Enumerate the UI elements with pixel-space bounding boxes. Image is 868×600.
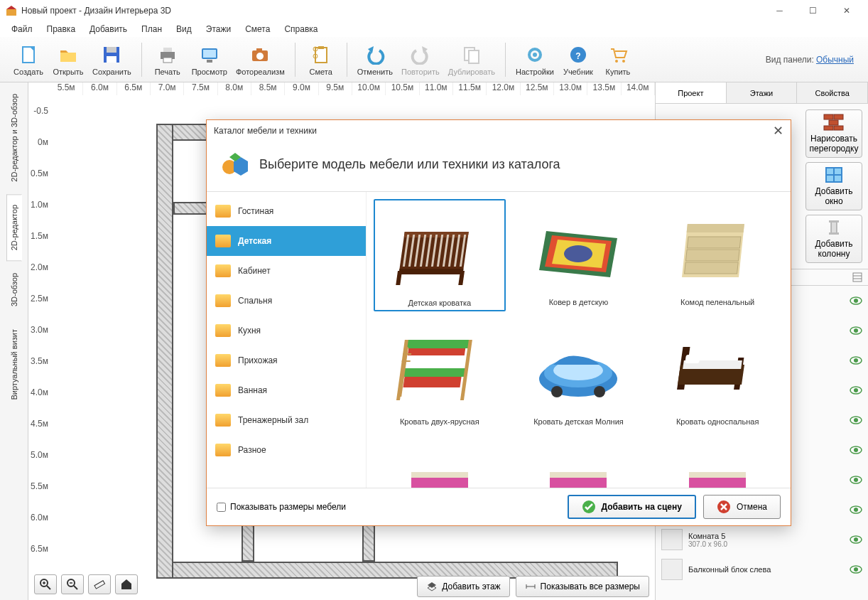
svg-rect-95 <box>398 269 463 274</box>
menu-Вид[interactable]: Вид <box>170 23 197 36</box>
buy-button[interactable]: Купить <box>598 40 638 80</box>
svg-point-72 <box>854 478 858 482</box>
ruler-button[interactable] <box>88 574 111 594</box>
object-row[interactable]: Комната 5307.0 x 96.0 <box>656 525 868 555</box>
furniture-item-6[interactable] <box>374 436 506 488</box>
zoom-in-button[interactable] <box>34 574 57 594</box>
view-tab-1[interactable]: 2D-редактор <box>6 194 22 261</box>
add-to-scene-button[interactable]: Добавить на сцену <box>568 495 696 519</box>
visibility-eye-icon[interactable] <box>850 326 862 335</box>
list-view-icon[interactable] <box>852 272 862 282</box>
settings-button[interactable]: Настройки <box>511 40 558 80</box>
window-button[interactable]: Добавить окно <box>805 162 862 210</box>
create-button[interactable]: Создать <box>9 40 48 80</box>
visibility-eye-icon[interactable] <box>850 446 862 454</box>
furniture-item-7[interactable] <box>513 436 645 488</box>
visibility-eye-icon[interactable] <box>850 386 862 395</box>
visibility-eye-icon[interactable] <box>850 416 862 424</box>
close-button[interactable]: ✕ <box>830 1 862 21</box>
dialog-close-button[interactable]: ✕ <box>773 123 783 139</box>
category-0[interactable]: Гостиная <box>207 196 366 226</box>
cancel-button[interactable]: Отмена <box>703 495 781 519</box>
menu-Добавить[interactable]: Добавить <box>84 23 133 36</box>
svg-rect-12 <box>203 50 216 58</box>
panel-mode-link[interactable]: Обычный <box>816 55 854 65</box>
save-button[interactable]: Сохранить <box>88 40 136 80</box>
right-tab-0[interactable]: Проект <box>656 82 727 103</box>
partition-button[interactable]: Нарисовать перегородку <box>805 109 862 158</box>
show-sizes-checkbox[interactable]: Показывать размеры мебели <box>217 502 346 512</box>
svg-point-78 <box>854 567 858 572</box>
furniture-item-8[interactable] <box>651 436 783 488</box>
furniture-thumb <box>525 322 631 414</box>
cancel-icon <box>717 500 731 514</box>
horizontal-ruler: 5.5м6.0м6.5м7.0м7.5м8.0м8.5м9.0м9.5м10.0… <box>50 82 655 95</box>
visibility-eye-icon[interactable] <box>850 356 862 365</box>
dialog-footer: Показывать размеры мебели Добавить на сц… <box>207 488 791 525</box>
category-8[interactable]: Разное <box>207 435 366 465</box>
undo-button[interactable]: Отменить <box>353 40 397 80</box>
category-list[interactable]: ГостинаяДетскаяКабинетСпальняКухняПрихож… <box>207 192 366 488</box>
svg-rect-103 <box>687 224 744 232</box>
svg-rect-55 <box>829 232 839 235</box>
svg-point-29 <box>615 60 618 63</box>
view-tab-0[interactable]: 2D-редактор и 3D-обзор <box>6 83 22 193</box>
furniture-grid[interactable]: Детская кроваткаКовер в детскуюКомод пел… <box>366 192 791 488</box>
view-tab-2[interactable]: 3D-обзор <box>6 262 22 317</box>
open-button[interactable]: Открыть <box>48 40 88 80</box>
menu-План[interactable]: План <box>136 23 168 36</box>
furniture-item-0[interactable]: Детская кроватка <box>374 199 506 311</box>
menu-Справка[interactable]: Справка <box>278 23 323 36</box>
home-button[interactable] <box>115 574 138 594</box>
preview-button[interactable]: Просмотр <box>188 40 232 80</box>
object-row[interactable]: Балконный блок слева <box>656 555 868 584</box>
view-tab-3[interactable]: Виртуальный визит <box>6 318 22 411</box>
folder-icon <box>215 294 231 307</box>
visibility-eye-icon[interactable] <box>850 505 862 514</box>
svg-rect-18 <box>318 46 324 49</box>
estimate-button[interactable]: Смета <box>301 40 341 80</box>
minimize-button[interactable]: ─ <box>764 1 796 21</box>
window-icon <box>823 166 845 183</box>
svg-marker-39 <box>121 579 131 589</box>
photoreal-button[interactable]: Фотореализм <box>232 40 289 80</box>
show-dimensions-button[interactable]: Показывать все размеры <box>516 576 649 597</box>
category-5[interactable]: Прихожая <box>207 345 366 375</box>
visibility-eye-icon[interactable] <box>850 565 862 574</box>
category-2[interactable]: Кабинет <box>207 256 366 286</box>
menu-Смета[interactable]: Смета <box>239 23 276 36</box>
visibility-eye-icon[interactable] <box>850 535 862 544</box>
visibility-eye-icon[interactable] <box>850 476 862 484</box>
svg-rect-13 <box>207 60 212 63</box>
zoom-out-button[interactable] <box>61 574 84 594</box>
category-6[interactable]: Ванная <box>207 375 366 405</box>
menu-Правка[interactable]: Правка <box>41 23 82 36</box>
column-button[interactable]: Добавить колонну <box>805 215 862 263</box>
right-tab-1[interactable]: Этажи <box>727 82 798 103</box>
furniture-item-2[interactable]: Комод пеленальный <box>651 199 783 311</box>
category-3[interactable]: Спальня <box>207 286 366 316</box>
category-7[interactable]: Тренажерный зал <box>207 405 366 435</box>
svg-rect-54 <box>829 220 839 223</box>
furniture-item-3[interactable]: Кровать двух-ярусная <box>374 318 506 429</box>
add-floor-button[interactable]: Добавить этаж <box>417 576 509 597</box>
menu-Файл[interactable]: Файл <box>6 23 38 36</box>
visibility-eye-icon[interactable] <box>850 296 862 305</box>
svg-rect-47 <box>829 120 838 125</box>
category-4[interactable]: Кухня <box>207 316 366 345</box>
furniture-item-1[interactable]: Ковер в детскую <box>513 199 645 311</box>
maximize-button[interactable]: ☐ <box>797 1 829 21</box>
svg-rect-110 <box>403 377 461 387</box>
menu-Этажи[interactable]: Этажи <box>200 23 237 36</box>
dialog-titlebar: Каталог мебели и техники ✕ <box>207 120 791 141</box>
open-icon <box>57 43 80 66</box>
tutorial-button[interactable]: ?Учебник <box>558 40 598 80</box>
right-tab-2[interactable]: Свойства <box>797 82 868 103</box>
category-1[interactable]: Детская <box>207 226 366 256</box>
furniture-item-5[interactable]: Кровать односпальная <box>651 318 783 429</box>
right-tabs: ПроектЭтажиСвойства <box>656 82 868 104</box>
furniture-item-4[interactable]: Кровать детская Молния <box>513 318 645 429</box>
print-button[interactable]: Печать <box>148 40 188 80</box>
svg-rect-105 <box>686 250 740 261</box>
svg-point-101 <box>564 245 592 262</box>
